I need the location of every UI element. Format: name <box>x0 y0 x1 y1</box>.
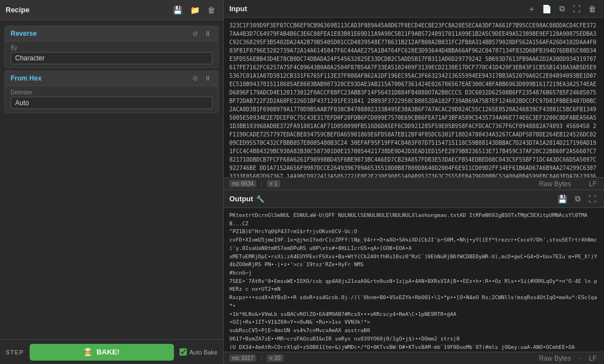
output-header-icons: 💾 ⧉ ⛶ <box>555 193 598 205</box>
input-status-bar: mc 6634 | ≡ 1 Raw Bytes ← LF <box>224 177 604 190</box>
fromhex-section: From Hex ⊘ ⏸ Delimiter Auto <box>4 70 219 113</box>
fromhex-delimiter-label: Delimiter <box>11 89 213 96</box>
reverse-section-title: Reverse <box>11 30 37 37</box>
fromhex-section-body: Delimiter Auto <box>5 86 218 112</box>
output-line-count: ≡ 20 <box>267 354 284 362</box>
output-arrow: ← <box>577 355 583 361</box>
output-line-icon: ≡ <box>270 355 275 361</box>
step-label: STEP <box>6 349 24 356</box>
input-char-count: mc 6634 <box>229 180 256 187</box>
output-content[interactable]: PKtextrtDcrnGlSmNUL ESNULaW-U(QFF NULNUL… <box>224 208 604 352</box>
wrench-icon: 🔧 <box>256 195 265 203</box>
input-title: Input <box>229 4 247 13</box>
output-le-label: LF <box>589 354 597 362</box>
output-chars-value: 3317 <box>241 355 253 361</box>
input-section: Input + 📄 ⧉ ⛶ 🗑 323C1F309D9F3EF07CCB6EF9… <box>224 0 604 190</box>
output-rawbytes-label: Raw Bytes <box>539 354 571 362</box>
recipe-content: Reverse ⊘ ⏸ By Character From Hex ⊘ <box>0 20 223 339</box>
output-save-button[interactable]: 💾 <box>555 193 569 205</box>
input-header: Input + 📄 ⧉ ⛶ 🗑 <box>224 0 604 18</box>
input-line-icon: ≡ <box>270 181 275 187</box>
fromhex-section-icons: ⊘ ⏸ <box>191 74 213 83</box>
reverse-disable-button[interactable]: ⊘ <box>191 29 200 38</box>
output-divider: | <box>261 355 262 361</box>
input-lineending-button[interactable]: LF <box>587 179 598 188</box>
input-trash-button[interactable]: 🗑 <box>586 3 598 15</box>
input-header-icons: + 📄 ⧉ ⛶ 🗑 <box>527 3 598 15</box>
output-lineending-button[interactable]: LF <box>587 354 598 363</box>
reverse-by-label: By <box>11 45 213 51</box>
output-status-bar: mc 3317 | ≡ 20 Raw Bytes ← LF <box>224 352 604 364</box>
recipe-header-icons: 💾 📁 🗑 <box>171 4 218 16</box>
bake-label: BAKE! <box>96 348 119 356</box>
fromhex-pause-button[interactable]: ⏸ <box>202 74 213 83</box>
output-char-count: mc 3317 <box>229 354 256 362</box>
recipe-panel: Recipe 💾 📁 🗑 Reverse ⊘ ⏸ By <box>0 0 224 364</box>
input-chars-label: mc <box>232 181 241 187</box>
auto-bake-wrap: Auto Bake <box>180 348 218 356</box>
output-copy-button[interactable]: ⧉ <box>573 193 583 205</box>
output-chars-label: mc <box>232 355 241 361</box>
input-copy-button[interactable]: ⧉ <box>557 3 567 15</box>
input-chars-value: 6634 <box>241 181 253 187</box>
fromhex-section-title: From Hex <box>11 74 41 82</box>
output-lines-value: 20 <box>275 355 281 361</box>
input-arrow: ← <box>577 181 583 187</box>
save-recipe-button[interactable]: 💾 <box>171 4 185 16</box>
input-newfile-button[interactable]: 📄 <box>540 3 554 15</box>
auto-bake-label: Auto Bake <box>189 349 218 356</box>
rawbytes-label: Raw Bytes <box>539 180 571 188</box>
recipe-header: Recipe 💾 📁 🗑 <box>0 0 223 20</box>
auto-bake-checkbox[interactable] <box>180 348 187 356</box>
input-content[interactable]: 323C1F309D9F3EF07CCB6EF9CB96369B113CAD3F… <box>224 18 604 177</box>
bake-button[interactable]: 👨‍🍳 BAKE! <box>30 344 174 361</box>
input-line-count: ≡ 1 <box>267 180 280 187</box>
output-title: Output <box>229 195 253 203</box>
input-format-button[interactable]: Raw Bytes <box>537 179 573 188</box>
input-divider: | <box>261 181 262 187</box>
reverse-by-value[interactable]: Character <box>11 52 213 64</box>
output-header: Output 🔧 💾 ⧉ ⛶ <box>224 190 604 208</box>
recipe-title: Recipe <box>6 6 30 14</box>
fromhex-section-header: From Hex ⊘ ⏸ <box>5 71 218 86</box>
input-lines-value: 1 <box>275 181 278 187</box>
right-panel: Input + 📄 ⧉ ⛶ 🗑 323C1F309D9F3EF07CCB6EF9… <box>224 0 604 364</box>
output-label-row: Output 🔧 <box>229 195 265 203</box>
input-expand-button[interactable]: ⛶ <box>570 3 583 15</box>
reverse-section-body: By Character <box>5 41 218 68</box>
fromhex-delimiter-value[interactable]: Auto <box>11 97 213 109</box>
delete-recipe-button[interactable]: 🗑 <box>205 4 218 16</box>
step-bar: STEP 👨‍🍳 BAKE! Auto Bake <box>0 339 223 364</box>
reverse-pause-button[interactable]: ⏸ <box>202 29 213 38</box>
input-add-button[interactable]: + <box>527 3 536 15</box>
reverse-section: Reverse ⊘ ⏸ By Character <box>4 26 219 68</box>
chef-icon: 👨‍🍳 <box>84 348 93 356</box>
fromhex-disable-button[interactable]: ⊘ <box>191 74 200 83</box>
output-format-button[interactable]: Raw Bytes <box>537 354 573 363</box>
reverse-section-icons: ⊘ ⏸ <box>191 29 213 38</box>
open-folder-button[interactable]: 📁 <box>188 4 202 16</box>
reverse-section-header: Reverse ⊘ ⏸ <box>5 26 218 41</box>
input-le-label: LF <box>589 180 597 188</box>
output-expand-button[interactable]: ⛶ <box>586 193 598 205</box>
output-section: Output 🔧 💾 ⧉ ⛶ PKtextrtDcrnGlSmNUL ESNUL… <box>224 190 604 364</box>
